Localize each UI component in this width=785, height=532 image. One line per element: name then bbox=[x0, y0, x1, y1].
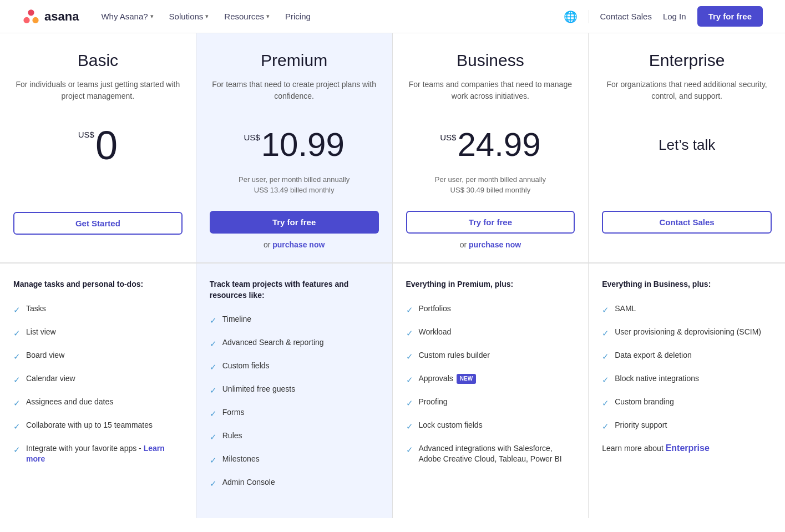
feature-text: SAML bbox=[615, 303, 772, 315]
check-icon: ✓ bbox=[406, 444, 413, 455]
list-item: ✓Tasks bbox=[13, 303, 183, 316]
list-item: ✓Custom fields bbox=[210, 361, 379, 373]
list-item: ✓Custom branding bbox=[602, 397, 772, 409]
plan-cta-area-premium: Try for freeor purchase now bbox=[210, 211, 379, 249]
feature-text: Calendar view bbox=[26, 373, 183, 384]
features-col-2: Everything in Premium, plus:✓Portfolios✓… bbox=[393, 264, 589, 518]
learn-more-link[interactable]: Learn more bbox=[26, 444, 165, 464]
check-icon: ✓ bbox=[602, 327, 609, 339]
check-icon: ✓ bbox=[406, 351, 413, 362]
globe-icon[interactable]: 🌐 bbox=[564, 10, 578, 23]
list-item: ✓SAML bbox=[602, 303, 772, 316]
check-icon: ✓ bbox=[210, 338, 217, 349]
feature-text: Workload bbox=[419, 327, 575, 338]
check-icon: ✓ bbox=[210, 384, 217, 396]
plan-desc-basic: For individuals or teams just getting st… bbox=[13, 79, 183, 112]
plan-cta-area-business: Try for freeor purchase now bbox=[406, 211, 575, 249]
check-icon: ✓ bbox=[13, 420, 21, 432]
purchase-now-link[interactable]: purchase now bbox=[272, 240, 325, 249]
feature-text: Advanced Search & reporting bbox=[222, 337, 379, 348]
plan-col-business: BusinessFor teams and companies that nee… bbox=[393, 33, 589, 262]
currency-label: US$ bbox=[440, 133, 456, 142]
feature-list-2: ✓Portfolios✓Workload✓Custom rules builde… bbox=[406, 303, 575, 465]
feature-text: Board view bbox=[26, 350, 183, 361]
nav-resources[interactable]: Resources ▾ bbox=[224, 12, 270, 21]
enterprise-learn-more-link[interactable]: Enterprise bbox=[666, 443, 710, 453]
list-item: ✓Integrate with your favorite apps - Lea… bbox=[13, 443, 183, 465]
feature-text: Portfolios bbox=[419, 303, 575, 315]
currency-label: US$ bbox=[244, 133, 260, 142]
purchase-now-link[interactable]: purchase now bbox=[469, 240, 521, 249]
check-icon: ✓ bbox=[13, 327, 21, 339]
plan-cta-enterprise[interactable]: Contact Sales bbox=[602, 211, 772, 234]
feature-text: Milestones bbox=[222, 454, 379, 465]
contact-sales-link[interactable]: Contact Sales bbox=[600, 12, 652, 21]
chevron-down-icon: ▾ bbox=[150, 13, 154, 20]
check-icon: ✓ bbox=[210, 454, 217, 466]
features-heading-0: Manage tasks and personal to-dos: bbox=[13, 279, 183, 290]
plan-price-basic: US$0 bbox=[78, 125, 118, 165]
navbar: asana Why Asana? ▾ Solutions ▾ Resources… bbox=[0, 0, 785, 33]
list-item: ✓List view bbox=[13, 327, 183, 339]
feature-text: Rules bbox=[222, 430, 379, 442]
nav-try-button[interactable]: Try for free bbox=[697, 6, 763, 27]
plan-cta-premium[interactable]: Try for free bbox=[210, 211, 379, 234]
plan-price-premium: US$10.99 bbox=[244, 125, 344, 164]
list-item: ✓Board view bbox=[13, 350, 183, 362]
list-item: ✓ApprovalsNEW bbox=[406, 373, 575, 386]
check-icon: ✓ bbox=[13, 374, 21, 386]
chevron-down-icon: ▾ bbox=[266, 13, 270, 20]
feature-text: Assignees and due dates bbox=[26, 397, 183, 408]
plan-cta-basic[interactable]: Get Started bbox=[13, 212, 183, 235]
feature-text: Priority support bbox=[615, 420, 772, 431]
svg-point-0 bbox=[28, 9, 34, 16]
nav-links: Why Asana? ▾ Solutions ▾ Resources ▾ Pri… bbox=[101, 12, 563, 21]
check-icon: ✓ bbox=[406, 304, 413, 316]
pricing-grid: BasicFor individuals or teams just getti… bbox=[0, 33, 785, 264]
features-heading-2: Everything in Premium, plus: bbox=[406, 279, 575, 290]
feature-text: Admin Console bbox=[222, 477, 379, 488]
list-item: ✓Advanced Search & reporting bbox=[210, 337, 379, 349]
feature-text: Tasks bbox=[26, 303, 183, 315]
svg-point-2 bbox=[32, 17, 38, 23]
plan-billed-business: Per user, per month billed annuallyUS$ 3… bbox=[435, 175, 546, 200]
feature-text: Data export & deletion bbox=[615, 350, 772, 361]
plan-name-business: Business bbox=[457, 51, 524, 70]
features-heading-3: Everything in Business, plus: bbox=[602, 279, 772, 290]
check-icon: ✓ bbox=[602, 351, 609, 362]
feature-list-1: ✓Timeline✓Advanced Search & reporting✓Cu… bbox=[210, 314, 379, 489]
feature-text: Collaborate with up to 15 teammates bbox=[26, 420, 183, 431]
list-item: ✓Assignees and due dates bbox=[13, 397, 183, 409]
nav-solutions[interactable]: Solutions ▾ bbox=[169, 12, 209, 21]
purchase-row-business: or purchase now bbox=[406, 240, 575, 249]
list-item: ✓Priority support bbox=[602, 420, 772, 432]
plan-price-business: US$24.99 bbox=[440, 125, 540, 164]
check-icon: ✓ bbox=[13, 397, 21, 409]
check-icon: ✓ bbox=[602, 420, 609, 432]
list-item: ✓Custom rules builder bbox=[406, 350, 575, 362]
logo[interactable]: asana bbox=[22, 8, 79, 26]
check-icon: ✓ bbox=[13, 304, 21, 316]
list-item: ✓Portfolios bbox=[406, 303, 575, 316]
list-item: ✓Block native integrations bbox=[602, 373, 772, 386]
check-icon: ✓ bbox=[406, 327, 413, 339]
nav-pricing[interactable]: Pricing bbox=[285, 12, 311, 21]
new-badge: NEW bbox=[457, 374, 476, 384]
plan-cta-business[interactable]: Try for free bbox=[406, 211, 575, 234]
feature-text: Unlimited free guests bbox=[222, 384, 379, 395]
feature-list-0: ✓Tasks✓List view✓Board view✓Calendar vie… bbox=[13, 303, 183, 465]
feature-list-3: ✓SAML✓User provisioning & deprovisioning… bbox=[602, 303, 772, 432]
price-value: 10.99 bbox=[261, 128, 345, 161]
check-icon: ✓ bbox=[13, 444, 21, 455]
list-item: ✓Milestones bbox=[210, 454, 379, 466]
features-grid: Manage tasks and personal to-dos:✓Tasks✓… bbox=[0, 264, 785, 518]
feature-text: List view bbox=[26, 327, 183, 338]
check-icon: ✓ bbox=[602, 397, 609, 409]
logo-text: asana bbox=[44, 9, 79, 24]
list-item: ✓Data export & deletion bbox=[602, 350, 772, 362]
list-item: ✓Admin Console bbox=[210, 477, 379, 489]
nav-why-asana[interactable]: Why Asana? ▾ bbox=[101, 12, 153, 21]
list-item: ✓Proofing bbox=[406, 397, 575, 409]
feature-text: Custom fields bbox=[222, 361, 379, 372]
login-link[interactable]: Log In bbox=[663, 12, 686, 21]
